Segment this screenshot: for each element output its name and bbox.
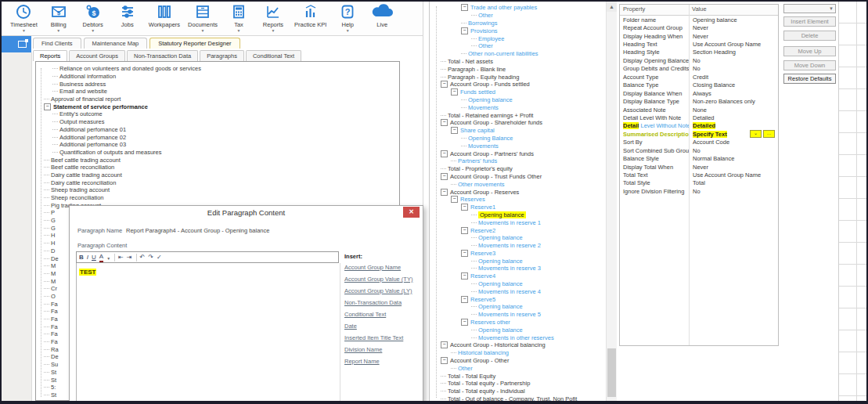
property-value[interactable]: Closing Balance bbox=[689, 81, 778, 88]
collapse-expander-icon[interactable]: − bbox=[461, 4, 468, 11]
tree-item[interactable]: Approval of financial report bbox=[36, 96, 399, 103]
collapse-expander-icon[interactable]: − bbox=[461, 319, 468, 326]
tree-item[interactable]: Borrowings bbox=[431, 20, 606, 27]
property-value[interactable]: No bbox=[689, 57, 778, 64]
delete-button[interactable]: Delete bbox=[783, 31, 836, 41]
collapse-expander-icon[interactable]: − bbox=[461, 250, 468, 257]
ellipsis-button[interactable]: … bbox=[763, 130, 775, 138]
tree-item[interactable]: Other bbox=[431, 42, 606, 50]
property-value[interactable]: Never bbox=[689, 24, 778, 31]
column-separator[interactable] bbox=[689, 5, 690, 345]
collapse-expander-icon[interactable]: − bbox=[441, 150, 448, 157]
property-row[interactable]: Display Total WhenNever bbox=[620, 163, 778, 171]
tree-item[interactable]: Opening balance bbox=[431, 326, 606, 334]
toolbar-item-jobs[interactable]: Jobs bbox=[110, 2, 145, 32]
insert-element-button[interactable]: Insert Element bbox=[783, 16, 836, 27]
collapse-expander-icon[interactable]: − bbox=[44, 103, 51, 110]
tree-item[interactable]: Movements in reserve 3 bbox=[431, 265, 606, 272]
dock-pin-button[interactable] bbox=[2, 36, 31, 52]
insert-link-non-transaction-data[interactable]: Non-Transaction Data bbox=[344, 299, 402, 306]
tree-item[interactable]: Total - Proprietor's equity bbox=[431, 165, 606, 173]
tree-item[interactable]: Business address bbox=[36, 80, 399, 88]
toolbar-item-live[interactable]: Live bbox=[365, 2, 399, 32]
property-row[interactable]: Detail Level With NoteDetailed bbox=[620, 114, 778, 121]
collapse-expander-icon[interactable]: − bbox=[451, 196, 458, 203]
undo-icon[interactable]: ↶ bbox=[140, 252, 146, 262]
tree-item[interactable]: −Reserves other bbox=[431, 319, 606, 326]
toolbar-item-debtors[interactable]: $Debtors▼ bbox=[76, 2, 110, 32]
property-row[interactable]: Total TextUse Account Group Name bbox=[620, 171, 778, 179]
collapse-expander-icon[interactable]: − bbox=[441, 119, 448, 126]
tree-item[interactable]: Movements in reserve 4 bbox=[431, 287, 606, 295]
restore-defaults-button[interactable]: Restore Defaults bbox=[783, 74, 836, 84]
collapse-expander-icon[interactable]: − bbox=[461, 204, 468, 211]
tab-maintenance-map[interactable]: Maintenance Map bbox=[84, 38, 148, 49]
property-row[interactable]: Display Balance WhenAlways bbox=[620, 89, 778, 97]
tree-item[interactable]: Employee bbox=[431, 34, 606, 42]
tree-item[interactable]: Paragraph - Blank line bbox=[431, 65, 606, 73]
tree-item[interactable]: Total - Total equity - Individual bbox=[431, 388, 606, 395]
tree-item[interactable]: Paragraph - Equity heading bbox=[431, 73, 606, 81]
tree-item[interactable]: −Reserves bbox=[431, 196, 606, 204]
toolbar-item-timesheet[interactable]: Timesheet▼ bbox=[6, 2, 41, 32]
chevron-down-icon[interactable]: ▼ bbox=[106, 256, 110, 261]
property-row[interactable]: Display Heading WhenNever bbox=[620, 32, 778, 40]
toolbar-item-reports[interactable]: Reports▼ bbox=[256, 2, 290, 32]
property-row[interactable]: Display Balance TypeNon-zero Balances on… bbox=[620, 97, 778, 105]
property-row[interactable]: Heading TextUse Account Group Name bbox=[620, 40, 778, 48]
font-color-icon[interactable]: A bbox=[99, 253, 103, 262]
tree-item[interactable]: Opening balance bbox=[431, 303, 606, 311]
collapse-expander-icon[interactable]: − bbox=[461, 227, 468, 234]
toolbar-item-practice-kpi[interactable]: Practice KPI bbox=[290, 2, 330, 32]
paragraph-content-editor[interactable]: TEST bbox=[76, 263, 340, 402]
property-value[interactable]: Detailed bbox=[689, 122, 778, 129]
property-value[interactable]: None bbox=[689, 106, 778, 114]
property-row[interactable]: Sort Combined Sub GroupsNo bbox=[620, 146, 778, 154]
tree-item[interactable]: −Account Group - Other bbox=[431, 357, 606, 365]
toolbar-item-tax[interactable]: Tax▼ bbox=[222, 2, 256, 32]
subtab-account-groups[interactable]: Account Groups bbox=[69, 50, 125, 61]
tree-item[interactable]: Partners' funds bbox=[431, 157, 606, 165]
collapse-expander-icon[interactable]: − bbox=[461, 27, 468, 34]
tree-item[interactable]: Quantification of outputs and measures bbox=[36, 149, 399, 157]
tree-item[interactable]: Total - Total Equity bbox=[431, 372, 606, 380]
collapse-expander-icon[interactable]: − bbox=[451, 127, 458, 134]
tree-item[interactable]: Additional perfomance 01 bbox=[36, 126, 399, 134]
property-value[interactable]: Credit bbox=[689, 74, 778, 81]
toolbar-item-help[interactable]: ?Help▼ bbox=[330, 2, 365, 32]
tree-item[interactable]: −Trade and other payables bbox=[431, 4, 606, 12]
tree-item[interactable]: Movements in other reserves bbox=[431, 334, 606, 341]
close-icon[interactable]: ✕ bbox=[403, 207, 420, 218]
property-value[interactable]: Use Account Group Name bbox=[689, 171, 778, 179]
tree-item[interactable]: Movements bbox=[431, 103, 606, 111]
property-value[interactable]: Non-zero Balances only bbox=[689, 98, 778, 105]
italic-icon[interactable]: I bbox=[87, 252, 88, 262]
insert-link-date[interactable]: Date bbox=[344, 323, 357, 330]
scroll-thumb[interactable] bbox=[607, 348, 616, 397]
tree-item[interactable]: Total - Total equity - Partnership bbox=[431, 380, 606, 388]
property-row[interactable]: Heading StyleSection Heading bbox=[620, 49, 778, 56]
tree-item[interactable]: Total - Retained earnings + Profit bbox=[431, 111, 606, 119]
insert-link-conditional-text[interactable]: Conditional Text bbox=[344, 311, 386, 318]
property-row[interactable]: Summarised DescriptionSpecify Text⌄… bbox=[620, 130, 778, 138]
tree-item[interactable]: Opening balance bbox=[431, 257, 606, 265]
tree-item[interactable]: −Statement of service performance bbox=[36, 103, 399, 110]
property-value[interactable]: Normal Balance bbox=[689, 155, 778, 162]
tree-item[interactable]: Sheep reconciliation bbox=[36, 194, 399, 202]
insert-link-account-group-value-ly-[interactable]: Account Group Value (LY) bbox=[344, 287, 412, 294]
subtab-reports[interactable]: Reports bbox=[33, 50, 67, 61]
tree-item[interactable]: Additional perfomance 02 bbox=[36, 133, 399, 141]
collapse-expander-icon[interactable]: − bbox=[451, 88, 458, 96]
spellcheck-icon[interactable]: ✓ bbox=[157, 252, 162, 262]
tree-item[interactable]: −Account Group - Historical balancing bbox=[431, 341, 606, 349]
property-row[interactable]: Group Debits and Credits..No bbox=[620, 65, 778, 73]
subtab-conditional-text[interactable]: Conditional Text bbox=[246, 50, 301, 61]
tree-item[interactable]: Other non-current liabilities bbox=[431, 50, 606, 58]
tree-item[interactable]: Opening balance bbox=[431, 280, 606, 288]
tree-item[interactable]: Beef cattle reconciliation bbox=[36, 164, 399, 171]
tree-item[interactable]: −Reserve5 bbox=[431, 295, 606, 303]
property-row[interactable]: Folder nameOpening balance bbox=[620, 16, 778, 23]
insert-link-account-group-value-ty-[interactable]: Account Group Value (TY) bbox=[344, 276, 412, 283]
tree-item[interactable]: Output measures bbox=[36, 118, 399, 126]
tree-item[interactable]: Entity's outcome bbox=[36, 110, 399, 118]
